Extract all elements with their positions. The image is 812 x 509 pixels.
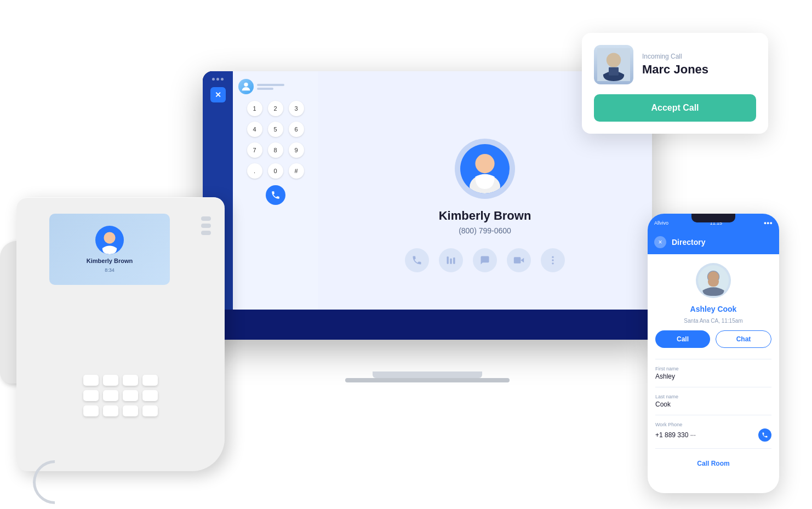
key-3[interactable]: 3 [289, 101, 304, 116]
phone-screen-avatar [95, 226, 124, 254]
main-scene: ✕ [0, 0, 812, 509]
phone-key-7[interactable] [123, 390, 138, 401]
mobile-call-button[interactable]: Call [655, 330, 710, 348]
user-info-lines [257, 84, 284, 90]
phone-screen-time: 8:34 [105, 267, 115, 273]
desk-phone: Kimberly Brown 8:34 [16, 197, 225, 471]
last-name-field: Last name Cook [655, 394, 771, 408]
more-action-icon[interactable] [541, 248, 565, 272]
phone-key-3[interactable] [123, 375, 138, 386]
svg-rect-5 [453, 258, 455, 264]
divider-3 [655, 415, 771, 415]
work-phone-call-icon[interactable] [758, 428, 771, 442]
key-4[interactable]: 4 [247, 122, 262, 137]
work-phone-row: +1 889 330 ··· [655, 428, 771, 442]
svg-point-12 [607, 53, 621, 67]
contact-action-buttons: Call Chat [655, 330, 771, 348]
svg-rect-4 [450, 259, 451, 264]
laptop-foot [345, 378, 510, 382]
phone-key-11[interactable] [123, 405, 138, 416]
directory-header: × Directory [648, 230, 779, 254]
mobile-chat-button[interactable]: Chat [716, 330, 771, 348]
key-0[interactable]: 0 [268, 163, 283, 179]
phone-key-6[interactable] [103, 390, 118, 401]
first-name-label: First name [655, 366, 771, 371]
contact-avatar-ring [455, 139, 515, 199]
user-row [238, 79, 312, 94]
phone-key-10[interactable] [103, 405, 118, 416]
laptop-hinge [373, 371, 482, 378]
phone-key-4[interactable] [142, 375, 158, 386]
contact-name: Kimberly Brown [439, 209, 531, 223]
key-9[interactable]: 9 [289, 142, 304, 158]
dot-2 [216, 78, 219, 81]
key-hash[interactable]: # [289, 163, 304, 179]
bars-action-icon[interactable] [439, 248, 463, 272]
user-avatar [238, 79, 254, 94]
key-7[interactable]: 7 [247, 142, 262, 158]
side-btn-3[interactable] [201, 231, 211, 235]
key-2[interactable]: 2 [268, 101, 283, 116]
laptop-bottom-bar [203, 310, 652, 340]
phone-key-9[interactable] [83, 405, 99, 416]
app-logo: ✕ [210, 87, 226, 102]
accept-call-button[interactable]: Accept Call [594, 94, 756, 122]
phone-key-1[interactable] [83, 375, 99, 386]
first-name-value: Ashley [655, 373, 771, 380]
work-phone-value: +1 889 330 ··· [655, 431, 696, 439]
directory-title: Directory [672, 238, 705, 247]
key-8[interactable]: 8 [268, 142, 283, 158]
incoming-call-label: Incoming Call [642, 53, 756, 60]
directory-content: Ashley Cook Santa Ana CA, 11:15am Call C… [648, 254, 779, 476]
caller-avatar-image [594, 45, 633, 84]
mobile-close-button[interactable]: × [654, 236, 666, 248]
directory-contact-avatar [696, 263, 731, 298]
phone-action-icon[interactable] [405, 248, 429, 272]
phone-screen-name: Kimberly Brown [87, 258, 133, 264]
svg-rect-13 [609, 67, 619, 76]
key-6[interactable]: 6 [289, 122, 304, 137]
last-name-label: Last name [655, 394, 771, 399]
caller-avatar [594, 45, 633, 84]
mobile-phone: Allvivo 11:15 ●●● × Directory Ashley Coo… [648, 214, 779, 493]
directory-contact-location: Santa Ana CA, 11:15am [684, 318, 742, 324]
divider-1 [655, 359, 771, 359]
contact-avatar-wrapper [455, 139, 515, 199]
side-btn-2[interactable] [201, 224, 211, 228]
contact-avatar [460, 144, 510, 193]
svg-point-10 [104, 232, 115, 244]
phone-key-12[interactable] [142, 405, 158, 416]
phone-key-8[interactable] [142, 390, 158, 401]
dialpad-grid[interactable]: 1 2 3 4 5 6 7 8 9 . 0 # [238, 101, 312, 179]
dialpad-call-button[interactable] [266, 185, 285, 205]
phone-body: Kimberly Brown 8:34 [16, 197, 225, 471]
svg-point-1 [475, 154, 494, 173]
svg-rect-3 [447, 256, 449, 264]
first-name-field: First name Ashley [655, 366, 771, 380]
video-action-icon[interactable] [507, 248, 531, 272]
divider-4 [655, 448, 771, 449]
key-5[interactable]: 5 [268, 122, 283, 137]
name-line [257, 84, 284, 86]
caller-name: Marc Jones [642, 62, 756, 77]
phone-key-5[interactable] [83, 390, 99, 401]
window-controls [212, 78, 224, 81]
side-btn-1[interactable] [201, 216, 211, 221]
incoming-call-card: Incoming Call Marc Jones Accept Call [582, 33, 768, 134]
chat-action-icon[interactable] [473, 248, 497, 272]
phone-screen: Kimberly Brown 8:34 [49, 214, 170, 285]
key-dot[interactable]: . [247, 163, 262, 179]
call-room-button[interactable]: Call Room [697, 460, 729, 467]
dialpad-panel: 1 2 3 4 5 6 7 8 9 . 0 # [233, 71, 318, 340]
svg-point-0 [244, 83, 248, 87]
key-1[interactable]: 1 [247, 101, 262, 116]
dot-1 [212, 78, 215, 81]
last-name-value: Cook [655, 401, 771, 408]
work-phone-label: Work Phone [655, 422, 771, 427]
dot-3 [221, 78, 224, 81]
phone-key-2[interactable] [103, 375, 118, 386]
contact-phone: (800) 799-0600 [459, 226, 511, 235]
svg-rect-6 [514, 257, 521, 264]
mobile-notch [691, 214, 735, 222]
svg-point-7 [552, 256, 553, 258]
